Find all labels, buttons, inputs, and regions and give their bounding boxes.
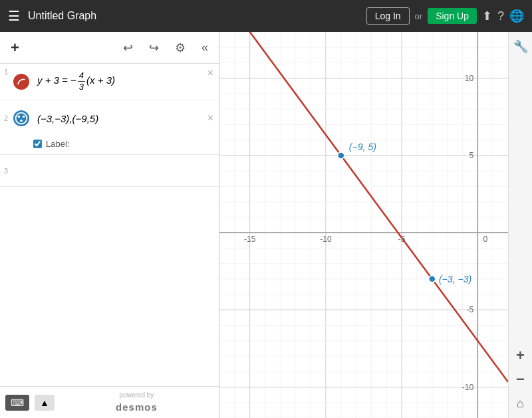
arrow-up-button[interactable]: ▲ — [35, 395, 55, 411]
hamburger-icon[interactable]: ☰ — [8, 8, 20, 24]
expr-close-1[interactable]: × — [207, 68, 213, 78]
home-button[interactable]: ⌂ — [510, 393, 531, 414]
expr-num-1: 1 — [0, 64, 11, 80]
svg-point-1 — [18, 116, 21, 118]
redo-button[interactable]: ↪ — [146, 38, 162, 58]
svg-point-2 — [23, 116, 25, 118]
svg-text:(−3, −3): (−3, −3) — [439, 274, 471, 284]
settings-button[interactable]: ⚙ — [172, 38, 188, 58]
expression-item-2: 2 (−3,−3),(−9,5) — [0, 100, 219, 155]
expr-formula-2[interactable]: (−3,−3),(−9,5) — [32, 106, 207, 131]
svg-point-55 — [338, 152, 344, 159]
svg-point-3 — [20, 120, 23, 122]
expression-item-1: 1 y + 3 = −43(x + 3) × — [0, 64, 219, 100]
main-container: + ↩ ↪ ⚙ « 1 — [0, 32, 532, 418]
svg-point-0 — [16, 113, 27, 124]
svg-text:-10: -10 — [462, 383, 474, 392]
wrench-button[interactable]: 🔧 — [510, 36, 531, 57]
add-expression-button[interactable]: + — [8, 37, 22, 59]
svg-text:5: 5 — [469, 151, 474, 160]
undo-button[interactable]: ↩ — [120, 38, 136, 58]
expr-color-circle-1[interactable] — [13, 74, 29, 90]
expression-toolbar: + ↩ ↪ ⚙ « — [0, 32, 219, 64]
label-text: Label: — [46, 139, 69, 149]
svg-text:0: 0 — [483, 235, 487, 244]
page-title: Untitled Graph — [28, 10, 358, 22]
right-toolbar: 🔧 + − ⌂ — [508, 32, 532, 418]
help-icon[interactable]: ? — [497, 9, 504, 23]
left-panel: + ↩ ↪ ⚙ « 1 — [0, 32, 219, 418]
expr-icon-1 — [11, 64, 32, 100]
expression-list: 1 y + 3 = −43(x + 3) × — [0, 64, 219, 386]
svg-rect-5 — [219, 32, 508, 418]
keyboard-icon[interactable]: ⌨ — [5, 395, 29, 411]
expr-color-circle-2[interactable] — [13, 110, 29, 126]
svg-text:-5: -5 — [398, 235, 406, 244]
left-footer: ⌨ ▲ powered by desmos — [0, 386, 219, 418]
expr-close-2[interactable]: × — [207, 113, 213, 124]
share-icon[interactable]: ⬆ — [482, 9, 492, 23]
zoom-in-button[interactable]: + — [510, 345, 531, 366]
svg-text:-10: -10 — [320, 235, 332, 244]
collapse-button[interactable]: « — [199, 38, 211, 57]
globe-icon[interactable]: 🌐 — [509, 9, 524, 23]
svg-text:10: 10 — [465, 74, 474, 83]
graph-area[interactable]: /* grid drawn inline below */ (−9, 5)(−3… — [219, 32, 508, 418]
header-actions: Log In or Sign Up ⬆ ? 🌐 — [366, 7, 524, 25]
zoom-out-button[interactable]: − — [510, 369, 531, 390]
graph-svg: /* grid drawn inline below */ (−9, 5)(−3… — [219, 32, 508, 418]
expr-formula-1[interactable]: y + 3 = −43(x + 3) — [32, 64, 219, 98]
label-row: Label: — [0, 139, 69, 149]
powered-by-text: powered by — [120, 391, 154, 400]
svg-point-57 — [429, 276, 436, 282]
header: ☰ Untitled Graph Log In or Sign Up ⬆ ? 🌐 — [0, 0, 532, 32]
signup-button[interactable]: Sign Up — [428, 8, 477, 24]
expr-num-2: 2 — [0, 110, 11, 126]
expression-item-3[interactable]: 3 — [0, 155, 219, 187]
svg-text:(−9, 5): (−9, 5) — [349, 142, 376, 152]
label-checkbox[interactable] — [33, 140, 42, 148]
or-text: or — [415, 11, 423, 21]
desmos-logo: desmos — [116, 400, 158, 414]
svg-text:-5: -5 — [466, 305, 473, 314]
expr-num-3: 3 — [0, 163, 11, 179]
expr-icon-2 — [11, 100, 32, 136]
login-button[interactable]: Log In — [366, 7, 410, 25]
svg-text:-15: -15 — [244, 235, 256, 244]
powered-by: powered by desmos — [60, 391, 213, 414]
